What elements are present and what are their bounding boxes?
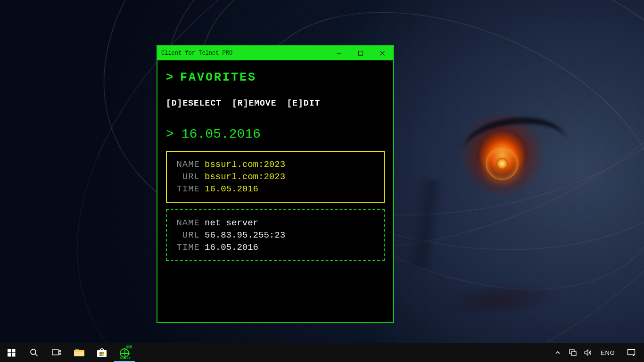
action-center-button[interactable]	[623, 343, 639, 362]
start-button[interactable]	[0, 343, 23, 362]
maximize-button[interactable]	[350, 46, 372, 60]
header-line: > FAVORITES	[166, 71, 385, 84]
svg-marker-15	[585, 350, 588, 355]
search-icon	[30, 348, 38, 357]
value-name: bssurl.com:2023	[205, 159, 285, 170]
svg-rect-1	[359, 51, 363, 56]
close-icon	[380, 50, 385, 56]
label-name: NAME	[173, 159, 200, 170]
taskbar-right: ENG	[551, 343, 644, 362]
value-name: net server	[205, 218, 258, 228]
task-view-button[interactable]	[45, 343, 68, 362]
store-icon	[97, 348, 107, 357]
maximize-icon	[358, 50, 363, 56]
remove-action[interactable]: [R]EMOVE	[232, 99, 276, 108]
deselect-action[interactable]: [D]ESELECT	[166, 99, 222, 108]
file-explorer-icon	[74, 349, 84, 356]
store-button[interactable]	[91, 343, 113, 362]
taskbar-left: PRO TELNET	[0, 343, 136, 362]
window-title: Client for Telnet PRO	[161, 50, 232, 57]
favorite-card[interactable]: NAME net server URL 56.83.95.255:23 TIME…	[166, 209, 385, 261]
svg-rect-16	[628, 350, 635, 355]
svg-rect-11	[59, 350, 61, 352]
task-view-icon	[52, 349, 61, 356]
page-title: FAVORITES	[180, 71, 256, 84]
network-button[interactable]	[569, 343, 577, 362]
close-button[interactable]	[372, 46, 393, 60]
svg-point-8	[31, 349, 36, 354]
group-date-line: > 16.05.2016	[166, 127, 385, 141]
card-row-time: TIME 16.05.2016	[173, 184, 377, 194]
header-prompt: >	[166, 71, 173, 84]
group-date: 16.05.2016	[182, 127, 261, 141]
value-url: 56.83.95.255:23	[205, 230, 285, 240]
telnet-app-taskbar-button[interactable]: PRO TELNET	[113, 343, 136, 362]
label-url: URL	[173, 230, 200, 240]
speaker-icon	[584, 349, 592, 356]
tray-overflow-button[interactable]	[553, 343, 562, 362]
svg-rect-14	[571, 352, 576, 355]
file-explorer-button[interactable]	[68, 343, 91, 362]
action-center-icon	[627, 349, 636, 356]
label-url: URL	[173, 172, 200, 182]
face-eye-core	[496, 158, 508, 169]
label-time: TIME	[173, 184, 200, 194]
windows-logo-icon	[8, 349, 16, 357]
actions-row: [D]ESELECT [R]EMOVE [E]DIT	[166, 99, 385, 108]
card-row-name: NAME net server	[173, 218, 377, 228]
label-time: TIME	[173, 242, 200, 253]
edit-action[interactable]: [E]DIT	[287, 99, 320, 108]
card-row-time: TIME 16.05.2016	[173, 242, 377, 253]
card-row-url: URL 56.83.95.255:23	[173, 230, 377, 240]
search-button[interactable]	[23, 343, 45, 362]
value-time: 16.05.2016	[205, 184, 258, 194]
minimize-button[interactable]	[328, 46, 350, 60]
network-icon	[569, 349, 577, 356]
app-body: > FAVORITES [D]ESELECT [R]EMOVE [E]DIT >…	[157, 60, 393, 322]
date-prompt: >	[166, 127, 174, 141]
titlebar[interactable]: Client for Telnet PRO	[157, 46, 393, 60]
card-row-url: URL bssurl.com:2023	[173, 172, 377, 182]
value-time: 16.05.2016	[205, 242, 258, 253]
svg-rect-7	[12, 353, 16, 357]
value-url: bssurl.com:2023	[205, 172, 285, 182]
svg-rect-12	[59, 353, 61, 354]
svg-rect-6	[8, 353, 11, 357]
telnet-app-icon: PRO TELNET	[118, 346, 131, 359]
svg-rect-10	[52, 350, 58, 355]
language-indicator[interactable]: ENG	[599, 349, 617, 356]
taskbar-spacer	[136, 343, 551, 362]
taskbar: PRO TELNET ENG	[0, 343, 644, 362]
card-row-name: NAME bssurl.com:2023	[173, 159, 377, 170]
svg-line-9	[35, 354, 38, 356]
svg-rect-4	[8, 349, 11, 353]
telnet-app-window: Client for Telnet PRO > FAVORITES [D]ESE…	[157, 45, 394, 323]
favorite-card-selected[interactable]: NAME bssurl.com:2023 URL bssurl.com:2023…	[166, 151, 385, 203]
label-name: NAME	[173, 218, 200, 228]
volume-button[interactable]	[584, 343, 592, 362]
svg-rect-5	[12, 349, 16, 353]
minimize-icon	[336, 50, 342, 56]
chevron-up-icon	[555, 350, 561, 355]
